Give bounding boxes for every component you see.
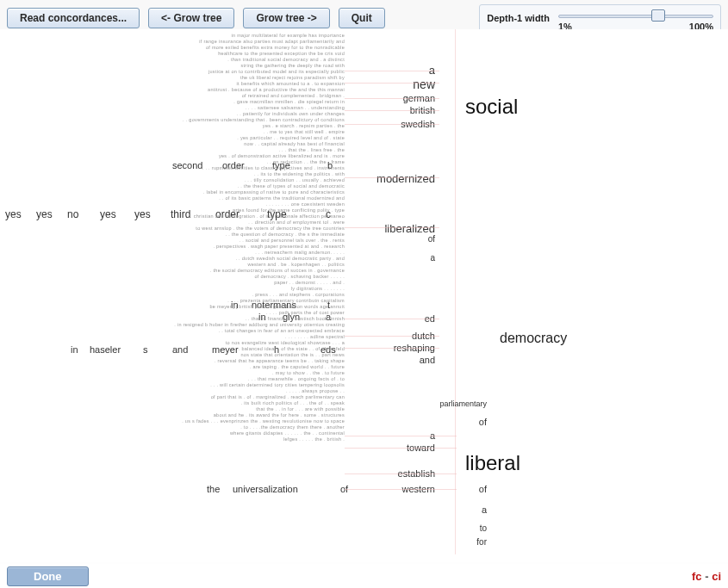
word-a2[interactable]: a — [430, 253, 435, 263]
connector — [345, 473, 457, 474]
connector — [345, 124, 439, 125]
word-liberalized[interactable]: liberalized — [384, 222, 435, 235]
connector — [345, 98, 439, 99]
connector — [345, 348, 439, 349]
legend-ci: ci — [712, 570, 721, 583]
word-liberal[interactable]: liberal — [465, 451, 520, 475]
word-modernized[interactable]: modernized — [376, 172, 435, 185]
done-button[interactable]: Done — [7, 566, 89, 586]
connector — [345, 110, 439, 111]
word-new[interactable]: new — [413, 77, 435, 91]
word-for[interactable]: for — [476, 537, 487, 547]
legend-dash: - — [702, 570, 712, 583]
connector — [345, 336, 439, 337]
connector — [345, 319, 439, 319]
grow-tree-right-button[interactable]: Grow tree -> — [243, 8, 329, 28]
connector — [345, 177, 439, 178]
word-parliamentary[interactable]: parliamentary — [439, 399, 487, 408]
slider-label: Depth-1 width — [487, 13, 550, 23]
slider-thumb[interactable] — [651, 9, 665, 22]
connector — [345, 83, 439, 84]
connector — [345, 448, 457, 449]
word-a4[interactable]: a — [482, 504, 487, 515]
slider-track — [558, 15, 713, 18]
connector — [345, 227, 439, 228]
word-democracy[interactable]: democracy — [500, 331, 567, 346]
word-universalization[interactable]: universalization — [233, 484, 298, 494]
word-of3[interactable]: of — [479, 484, 487, 494]
read-concordances-button[interactable]: Read concordances... — [7, 8, 140, 28]
tree-canvas[interactable]: social liberal democracy a new german br… — [0, 29, 728, 562]
grow-tree-left-button[interactable]: <- Grow tree — [148, 8, 234, 28]
depth-width-slider-block: Depth-1 width 1% 100% — [479, 4, 721, 32]
word-the[interactable]: the — [207, 484, 220, 494]
noise-block: in major multilateral for example has im… — [0, 33, 345, 443]
legend-fc: fc — [692, 570, 702, 583]
connector — [345, 436, 457, 436]
bottom-bar: Done fc - ci — [0, 564, 728, 588]
divider-line — [455, 29, 456, 554]
word-and[interactable]: and — [420, 355, 435, 365]
quit-button[interactable]: Quit — [339, 8, 385, 28]
word-of[interactable]: of — [428, 234, 435, 244]
depth-width-slider[interactable]: 1% 100% — [558, 8, 713, 28]
word-of2[interactable]: of — [479, 417, 487, 427]
connector — [345, 71, 439, 71]
legend: fc - ci — [692, 570, 721, 583]
connector — [345, 489, 457, 490]
word-social[interactable]: social — [465, 95, 518, 119]
word-to[interactable]: to — [480, 523, 487, 533]
